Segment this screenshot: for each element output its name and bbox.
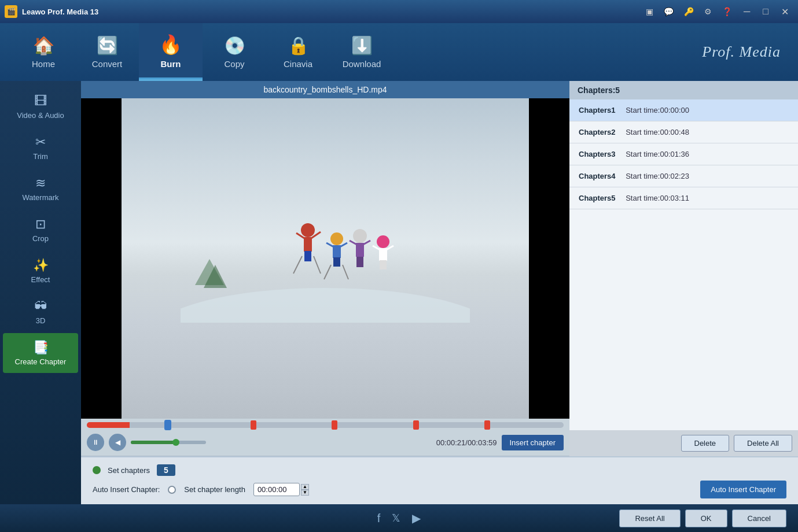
sidebar-item-video-audio[interactable]: 🎞 Video & Audio xyxy=(3,87,78,127)
volume-fill xyxy=(131,441,176,444)
sidebar-item-effect[interactable]: ✨ Effect xyxy=(3,251,78,291)
chapter-length-input[interactable] xyxy=(253,483,300,496)
bottom-panel: Set chapters 5 Auto Insert Chapter: Set … xyxy=(81,456,798,504)
time-spin-down[interactable]: ▼ xyxy=(301,490,309,496)
chapter-1-time: Start time:00:00:00 xyxy=(626,106,689,114)
chapter-row-3[interactable]: Chapters3 Start time:00:01:36 xyxy=(569,143,798,165)
sidebar-item-create-chapter[interactable]: 📑 Create Chapter xyxy=(3,333,78,373)
facebook-icon[interactable]: f xyxy=(377,512,381,525)
svg-line-27 xyxy=(293,256,302,274)
sidebar-item-3d[interactable]: 🕶 3D xyxy=(3,292,78,332)
chapter-row-2[interactable]: Chapters2 Start time:00:00:48 xyxy=(569,121,798,143)
brand-logo: Prof. Media xyxy=(702,43,781,61)
svg-marker-2 xyxy=(195,259,224,285)
chapter-row-5[interactable]: Chapters5 Start time:00:03:11 xyxy=(569,187,798,209)
chapter-row-4[interactable]: Chapters4 Start time:00:02:23 xyxy=(569,165,798,187)
insert-chapter-button[interactable]: Insert chapter xyxy=(502,435,564,450)
nav-home-label: Home xyxy=(32,59,55,69)
help-icon[interactable]: ❓ xyxy=(719,6,736,17)
nav-burn-label: Burn xyxy=(161,59,181,69)
nav-copy-label: Copy xyxy=(224,59,244,69)
title-bar: 🎬 Leawo Prof. Media 13 ▣ 💬 🔑 ⚙ ❓ ─ □ ✕ xyxy=(0,0,798,23)
set-chapters-radio[interactable] xyxy=(93,466,101,474)
svg-rect-14 xyxy=(337,257,340,267)
download-icon: ⬇️ xyxy=(351,35,373,56)
burn-icon: 🔥 xyxy=(159,34,182,56)
time-spin-up[interactable]: ▲ xyxy=(301,484,309,490)
trim-icon: ✂ xyxy=(35,135,46,150)
chat-icon[interactable]: 💬 xyxy=(660,6,677,17)
cinavia-icon: 🔒 xyxy=(288,35,309,56)
chapter-2-time: Start time:00:00:48 xyxy=(626,128,689,136)
chapter-marker-4 xyxy=(413,420,419,430)
letterbox-right xyxy=(529,98,569,419)
timeline-progress xyxy=(87,422,130,428)
pause-button[interactable]: ⏸ xyxy=(87,434,104,451)
key-icon[interactable]: 🔑 xyxy=(681,6,697,17)
chapter-row-1[interactable]: Chapters1 Start time:00:00:00 xyxy=(569,99,798,121)
chapter-3-time: Start time:00:01:36 xyxy=(626,150,689,158)
reset-all-button[interactable]: Reset All xyxy=(619,509,680,527)
nav-cinavia[interactable]: 🔒 Cinavia xyxy=(266,23,330,81)
convert-icon: 🔄 xyxy=(97,35,118,56)
minimize-button[interactable]: ─ xyxy=(739,5,755,18)
watermark-icon: ≋ xyxy=(35,176,46,191)
app-title: Leawo Prof. Media 13 xyxy=(22,8,98,16)
maximize-button[interactable]: □ xyxy=(758,5,773,18)
ok-button[interactable]: OK xyxy=(685,509,727,527)
sidebar-item-trim[interactable]: ✂ Trim xyxy=(3,128,78,168)
volume-track[interactable] xyxy=(131,441,206,444)
delete-all-chapters-button[interactable]: Delete All xyxy=(734,435,792,452)
title-bar-right: ▣ 💬 🔑 ⚙ ❓ ─ □ ✕ xyxy=(642,5,793,19)
effect-icon: ✨ xyxy=(33,258,49,273)
nav-burn[interactable]: 🔥 Burn xyxy=(139,23,203,81)
nav-cinavia-label: Cinavia xyxy=(284,59,312,69)
ski-scene-svg xyxy=(181,172,470,323)
3d-icon: 🕶 xyxy=(34,299,47,314)
chapter-3-name: Chapters3 xyxy=(579,150,616,158)
chapter-marker-5 xyxy=(484,420,490,430)
timeline-section xyxy=(81,419,569,430)
time-spinners: ▲ ▼ xyxy=(301,484,309,496)
svg-rect-7 xyxy=(304,251,308,261)
settings-icon[interactable]: ⚙ xyxy=(701,6,715,17)
sidebar-item-watermark[interactable]: ≋ Watermark xyxy=(3,169,78,209)
delete-chapter-button[interactable]: Delete xyxy=(681,435,730,452)
set-chapter-length-radio[interactable] xyxy=(168,486,176,494)
center-panel: backcountry_bombshells_HD.mp4 xyxy=(81,81,798,504)
amd-icon[interactable]: ▣ xyxy=(642,6,657,17)
nav-download[interactable]: ⬇️ Download xyxy=(330,23,394,81)
timeline-thumb[interactable] xyxy=(164,420,171,430)
total-time: 00:03:59 xyxy=(468,438,497,447)
app-icon: 🎬 xyxy=(5,5,17,18)
close-button[interactable]: ✕ xyxy=(777,5,793,19)
sidebar-video-audio-label: Video & Audio xyxy=(17,111,64,120)
sidebar-crop-label: Crop xyxy=(32,234,49,243)
auto-insert-row: Auto Insert Chapter: Set chapter length … xyxy=(93,481,786,498)
svg-point-9 xyxy=(330,232,343,245)
twitter-icon[interactable]: 𝕏 xyxy=(392,512,400,524)
sidebar-item-crop[interactable]: ⊡ Crop xyxy=(3,210,78,250)
svg-point-3 xyxy=(301,223,315,237)
svg-rect-13 xyxy=(333,257,337,267)
create-chapter-icon: 📑 xyxy=(33,340,49,355)
nav-copy[interactable]: 💿 Copy xyxy=(203,23,266,81)
auto-insert-chapter-button[interactable]: Auto Insert Chapter xyxy=(700,481,786,498)
video-audio-icon: 🎞 xyxy=(34,94,47,109)
bottom-footer: f 𝕏 ▶ Reset All OK Cancel xyxy=(0,504,798,532)
set-chapter-length-label: Set chapter length xyxy=(184,485,245,494)
rewind-button[interactable]: ◀ xyxy=(109,434,126,451)
video-column: backcountry_bombshells_HD.mp4 xyxy=(81,81,569,456)
timeline-track[interactable] xyxy=(87,422,564,428)
title-bar-left: 🎬 Leawo Prof. Media 13 xyxy=(5,5,98,18)
cancel-button[interactable]: Cancel xyxy=(732,509,786,527)
current-time: 00:00:21 xyxy=(436,438,466,447)
svg-point-21 xyxy=(377,235,389,248)
youtube-icon[interactable]: ▶ xyxy=(412,511,421,525)
sidebar-create-chapter-label: Create Chapter xyxy=(15,357,67,366)
chapter-length-input-wrap: ▲ ▼ xyxy=(253,483,309,496)
nav-convert[interactable]: 🔄 Convert xyxy=(75,23,139,81)
chapter-1-name: Chapters1 xyxy=(579,106,616,114)
set-chapters-label: Set chapters xyxy=(108,466,150,475)
nav-home[interactable]: 🏠 Home xyxy=(12,23,75,81)
